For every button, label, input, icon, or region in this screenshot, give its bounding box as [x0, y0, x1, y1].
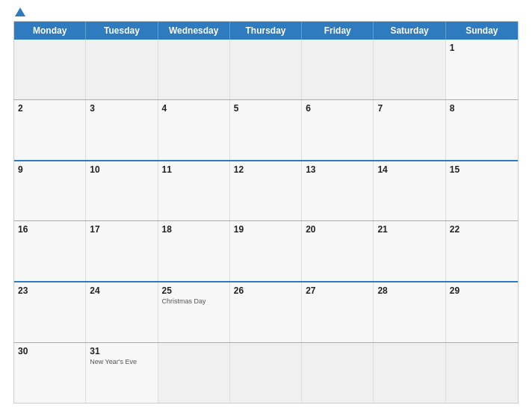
day-number: 28: [377, 285, 441, 296]
calendar-cell: 29: [446, 282, 518, 342]
day-number: 31: [90, 346, 153, 356]
day-number: 3: [90, 103, 153, 114]
calendar-cell: 21: [374, 221, 445, 281]
day-number: 30: [18, 346, 81, 356]
day-header-sunday: Sunday: [446, 22, 518, 40]
calendar-week-2: 2345678: [14, 99, 518, 160]
calendar-cell: [374, 40, 445, 99]
day-number: 20: [306, 224, 369, 235]
day-number: 8: [450, 103, 514, 114]
day-number: 15: [450, 164, 514, 175]
calendar-cell: 16: [14, 221, 86, 281]
holiday-name: Christmas Day: [162, 297, 226, 305]
day-header-friday: Friday: [302, 22, 374, 40]
day-number: 6: [306, 103, 369, 114]
calendar-cell: [374, 343, 445, 403]
calendar-cell: 14: [374, 161, 445, 221]
day-number: 2: [18, 103, 81, 114]
day-number: 13: [306, 164, 369, 175]
calendar-cell: 24: [86, 282, 158, 342]
holiday-name: New Year's Eve: [90, 358, 153, 365]
day-number: 22: [450, 224, 514, 235]
calendar-cell: [230, 343, 302, 403]
calendar-cell: 17: [86, 221, 158, 281]
page: MondayTuesdayWednesdayThursdayFridaySatu…: [0, 0, 532, 411]
calendar-cell: 3: [86, 100, 158, 160]
calendar-cell: 9: [14, 161, 86, 221]
calendar-cell: 20: [302, 221, 374, 281]
calendar-cell: 22: [446, 221, 518, 281]
day-number: 4: [162, 103, 226, 114]
day-header-saturday: Saturday: [374, 22, 445, 40]
calendar-cell: [302, 343, 374, 403]
day-number: 27: [306, 285, 369, 296]
day-number: 9: [18, 164, 81, 175]
calendar-week-1: 1: [14, 40, 518, 99]
calendar-cell: [158, 343, 230, 403]
day-number: 14: [377, 164, 441, 175]
calendar-cell: 1: [446, 40, 518, 99]
calendar-cell: 12: [230, 161, 302, 221]
calendar-cell: 10: [86, 161, 158, 221]
day-number: 1: [450, 43, 514, 53]
calendar-cell: 18: [158, 221, 230, 281]
day-number: 11: [162, 164, 226, 175]
day-number: 10: [90, 164, 153, 175]
logo: [13, 7, 25, 16]
calendar-cell: 4: [158, 100, 230, 160]
day-number: 26: [234, 285, 297, 296]
calendar: MondayTuesdayWednesdayThursdayFridaySatu…: [13, 21, 519, 404]
day-header-monday: Monday: [14, 22, 86, 40]
day-number: 24: [90, 285, 153, 296]
header: [13, 7, 519, 16]
day-number: 29: [450, 285, 514, 296]
calendar-cell: 27: [302, 282, 374, 342]
calendar-week-4: 16171819202122: [14, 220, 518, 281]
calendar-cell: 6: [302, 100, 374, 160]
calendar-cell: 31New Year's Eve: [86, 343, 158, 403]
calendar-cell: [14, 40, 86, 99]
calendar-body: 1234567891011121314151617181920212223242…: [14, 40, 518, 403]
day-number: 21: [377, 224, 441, 235]
day-number: 7: [377, 103, 441, 114]
calendar-week-5: 232425Christmas Day26272829: [14, 281, 518, 342]
calendar-cell: 5: [230, 100, 302, 160]
day-header-wednesday: Wednesday: [158, 22, 230, 40]
calendar-cell: 13: [302, 161, 374, 221]
calendar-cell: [230, 40, 302, 99]
day-number: 17: [90, 224, 153, 235]
calendar-cell: 19: [230, 221, 302, 281]
day-number: 18: [162, 224, 226, 235]
logo-triangle-icon: [15, 7, 25, 16]
calendar-week-3: 9101112131415: [14, 160, 518, 221]
calendar-cell: [446, 343, 518, 403]
calendar-cell: 23: [14, 282, 86, 342]
calendar-cell: [86, 40, 158, 99]
calendar-cell: [302, 40, 374, 99]
calendar-cell: 2: [14, 100, 86, 160]
calendar-cell: 25Christmas Day: [158, 282, 230, 342]
calendar-cell: 15: [446, 161, 518, 221]
day-number: 5: [234, 103, 297, 114]
calendar-cell: 30: [14, 343, 86, 403]
calendar-header-row: MondayTuesdayWednesdayThursdayFridaySatu…: [14, 22, 518, 40]
calendar-week-6: 3031New Year's Eve: [14, 342, 518, 403]
calendar-cell: 8: [446, 100, 518, 160]
day-header-thursday: Thursday: [230, 22, 302, 40]
day-number: 16: [18, 224, 81, 235]
calendar-cell: 7: [374, 100, 445, 160]
day-number: 25: [162, 285, 226, 296]
day-number: 19: [234, 224, 297, 235]
calendar-cell: 11: [158, 161, 230, 221]
calendar-cell: [158, 40, 230, 99]
day-header-tuesday: Tuesday: [86, 22, 158, 40]
day-number: 12: [234, 164, 297, 175]
day-number: 23: [18, 285, 81, 296]
calendar-cell: 28: [374, 282, 445, 342]
calendar-cell: 26: [230, 282, 302, 342]
